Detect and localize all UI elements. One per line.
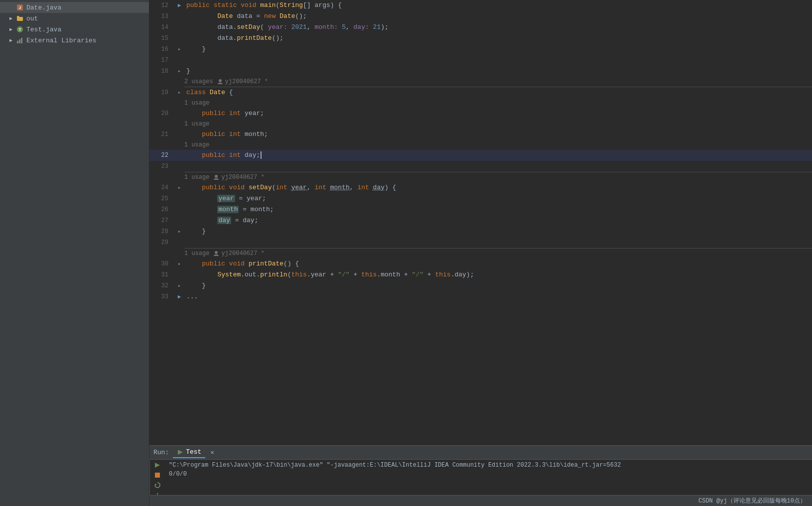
run-button[interactable] [152,462,163,469]
sidebar-item-label: out [26,15,38,22]
code-line-24: 24 ▸ public void setDay(int year, int mo… [149,182,812,193]
usage-count: 1 usage [184,119,209,129]
libs-icon [16,36,24,44]
meta-usages-21: 1 usage [149,119,812,129]
svg-point-9 [215,251,218,254]
code-line-20: 20 public int year; [149,108,812,119]
code-line-26: 26 month = month; [149,204,812,215]
code-line-19: 19 ▸ class Date { [149,87,812,98]
svg-marker-13 [155,484,157,486]
user-label: yj20040627 * [217,77,268,87]
usage-count: 1 usage [184,172,209,182]
arrow-icon: ▶ [8,37,14,43]
test-file-icon: T [16,25,24,33]
java-file-icon: J [16,3,24,11]
scroll-up-button[interactable]: ↑ [152,492,163,495]
sidebar-item-label: Test.java [26,26,61,33]
svg-rect-12 [155,473,160,478]
svg-rect-4 [17,41,18,43]
run-tools: ↑ ↓ [149,460,165,495]
svg-marker-10 [178,450,183,455]
arrow-icon: ▶ [8,26,14,32]
sidebar-item-external-libs[interactable]: ▶ External Libraries [0,35,149,46]
sidebar-item-label: Date.java [26,4,61,11]
code-line-30: 30 ▸ public void printDate() { [149,258,812,269]
meta-usages-30: 1 usage yj20040627 * [149,249,812,258]
run-main: ↑ ↓ "C:\Program Files\Java\jdk-17\bin\ja… [149,460,812,495]
arrow-icon [8,4,14,10]
meta-usages-22: 1 usage [149,140,812,150]
code-line-32: 32 ▸ } [149,280,812,291]
code-editor[interactable]: 12 ▶ public static void main(String[] ar… [149,0,812,445]
rerun-button[interactable] [152,482,163,489]
status-right: CSDN @yj（评论意见必回版每晚10点） [698,497,806,505]
run-panel-content: "C:\Program Files\Java\jdk-17\bin\java.e… [165,460,812,495]
code-line-31: 31 System.out.println(this.year + "/" + … [149,269,812,280]
svg-rect-6 [21,38,22,43]
run-panel: Run: Test ✕ ↑ [149,445,812,495]
code-line-23: 23 [149,161,812,172]
run-icon [177,449,184,456]
code-line-33: 33 ▶ ... [149,291,812,302]
code-line-16: 16 ▸ } [149,44,812,55]
sidebar-item-date-java[interactable]: J Date.java [0,2,149,13]
run-tab-test[interactable]: Test [173,447,205,458]
meta-usages-24: 1 usage yj20040627 * [149,172,812,182]
user-label: yj20040627 * [213,249,264,258]
sidebar-item-label: External Libraries [26,37,96,44]
run-tab-label: Test [186,448,201,456]
run-result: 0/0/0 [169,471,808,478]
code-line-21: 21 public int month; [149,129,812,140]
code-line-25: 25 year = year; [149,193,812,204]
arrow-icon: ▶ [8,15,14,21]
usage-count: 2 usages [184,77,213,87]
usage-count: 1 usage [184,140,209,150]
sidebar-item-test-java[interactable]: ▶ T Test.java [0,24,149,35]
folder-icon [16,14,24,22]
svg-text:J: J [19,5,21,10]
svg-marker-11 [155,463,160,468]
meta-usages-19: 2 usages yj20040627 * [149,77,812,87]
svg-rect-5 [19,39,20,43]
svg-point-8 [215,175,218,178]
svg-point-7 [219,79,222,82]
user-label: yj20040627 * [213,172,264,182]
code-line-12: 12 ▶ public static void main(String[] ar… [149,0,812,11]
code-line-27: 27 day = day; [149,215,812,226]
code-line-22: 22 public int day; [149,150,812,161]
usage-count: 1 usage [184,249,209,258]
sidebar-item-out[interactable]: ▶ out [0,13,149,24]
code-line-28: 28 ▸ } [149,226,812,237]
stop-button[interactable] [152,472,163,479]
usage-count: 1 usage [184,98,209,108]
close-tab-icon[interactable]: ✕ [210,449,214,456]
svg-text:T: T [19,27,21,32]
meta-usages-20: 1 usage [149,98,812,108]
code-line-18: 18 ▸ } [149,66,812,77]
run-label: Run: [153,449,169,456]
sidebar: J Date.java ▶ out ▶ T Test.java ▶ [0,0,149,506]
code-line-13: 13 Date data = new Date(); [149,11,812,22]
code-line-14: 14 data.setDay( year: 2021, month: 5, da… [149,22,812,33]
run-cmd: "C:\Program Files\Java\jdk-17\bin\java.e… [169,462,808,469]
code-line-15: 15 data.printDate(); [149,33,812,44]
status-bar: CSDN @yj（评论意见必回版每晚10点） [149,495,812,506]
code-line-29: 29 [149,237,812,248]
code-line-17: 17 [149,55,812,66]
run-panel-header: Run: Test ✕ [149,446,812,460]
